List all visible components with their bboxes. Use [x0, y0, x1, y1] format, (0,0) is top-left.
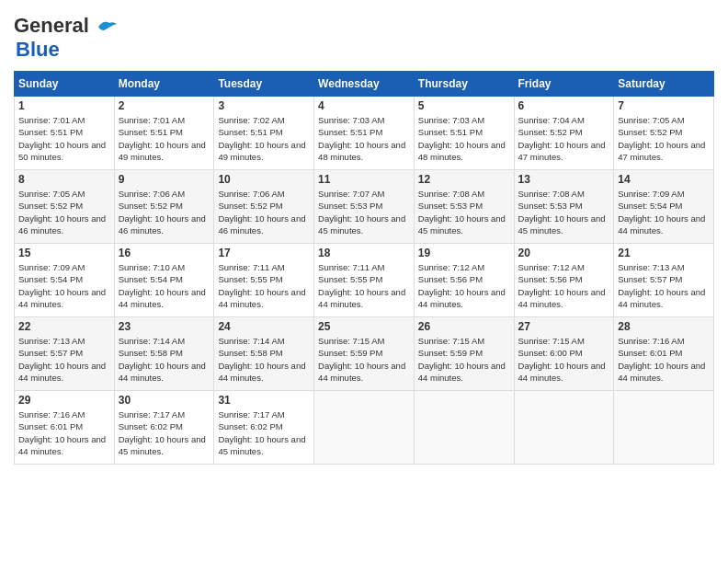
day-info: Sunrise: 7:12 AMSunset: 5:56 PMDaylight:…: [418, 262, 506, 309]
day-info: Sunrise: 7:03 AMSunset: 5:51 PMDaylight:…: [418, 115, 506, 162]
calendar-day-cell: 11 Sunrise: 7:07 AMSunset: 5:53 PMDaylig…: [314, 170, 415, 244]
day-number: 15: [18, 247, 110, 259]
day-info: Sunrise: 7:16 AMSunset: 6:01 PMDaylight:…: [618, 336, 705, 383]
day-number: 4: [318, 99, 410, 112]
day-info: Sunrise: 7:16 AMSunset: 6:01 PMDaylight:…: [18, 409, 106, 456]
weekday-header-cell: Sunday: [15, 72, 115, 97]
day-info: Sunrise: 7:03 AMSunset: 5:51 PMDaylight:…: [318, 115, 405, 162]
calendar-day-cell: 22 Sunrise: 7:13 AMSunset: 5:57 PMDaylig…: [15, 317, 115, 391]
calendar-day-cell: 29 Sunrise: 7:16 AMSunset: 6:01 PMDaylig…: [15, 391, 115, 465]
weekday-header-cell: Thursday: [414, 72, 514, 97]
day-info: Sunrise: 7:09 AMSunset: 5:54 PMDaylight:…: [618, 189, 705, 236]
calendar-day-cell: 9 Sunrise: 7:06 AMSunset: 5:52 PMDayligh…: [114, 170, 214, 244]
calendar-week-row: 15 Sunrise: 7:09 AMSunset: 5:54 PMDaylig…: [15, 244, 714, 317]
calendar-week-row: 1 Sunrise: 7:01 AMSunset: 5:51 PMDayligh…: [15, 97, 714, 170]
day-info: Sunrise: 7:10 AMSunset: 5:54 PMDaylight:…: [119, 262, 206, 309]
weekday-header-cell: Tuesday: [214, 72, 314, 97]
calendar-day-cell: 8 Sunrise: 7:05 AMSunset: 5:52 PMDayligh…: [15, 170, 115, 244]
weekday-header-cell: Friday: [514, 72, 614, 97]
calendar-day-cell: [614, 391, 714, 465]
calendar-day-cell: 28 Sunrise: 7:16 AMSunset: 6:01 PMDaylig…: [614, 317, 714, 391]
day-info: Sunrise: 7:17 AMSunset: 6:02 PMDaylight:…: [218, 409, 305, 456]
calendar-day-cell: 1 Sunrise: 7:01 AMSunset: 5:51 PMDayligh…: [15, 97, 115, 170]
calendar-day-cell: 27 Sunrise: 7:15 AMSunset: 6:00 PMDaylig…: [514, 317, 614, 391]
day-info: Sunrise: 7:12 AMSunset: 5:56 PMDaylight:…: [518, 262, 606, 309]
calendar-day-cell: 3 Sunrise: 7:02 AMSunset: 5:51 PMDayligh…: [214, 97, 314, 170]
day-number: 30: [119, 394, 210, 407]
calendar-day-cell: 15 Sunrise: 7:09 AMSunset: 5:54 PMDaylig…: [15, 244, 115, 317]
calendar-day-cell: 26 Sunrise: 7:15 AMSunset: 5:59 PMDaylig…: [414, 317, 514, 391]
day-number: 20: [518, 247, 610, 259]
logo-bird-icon: [97, 19, 117, 34]
calendar-day-cell: 14 Sunrise: 7:09 AMSunset: 5:54 PMDaylig…: [614, 170, 714, 244]
calendar-day-cell: 4 Sunrise: 7:03 AMSunset: 5:51 PMDayligh…: [314, 97, 415, 170]
calendar-day-cell: 18 Sunrise: 7:11 AMSunset: 5:55 PMDaylig…: [314, 244, 415, 317]
calendar-day-cell: 23 Sunrise: 7:14 AMSunset: 5:58 PMDaylig…: [114, 317, 214, 391]
day-number: 1: [18, 99, 110, 112]
day-number: 6: [518, 99, 610, 112]
calendar-day-cell: [314, 391, 415, 465]
calendar-day-cell: 16 Sunrise: 7:10 AMSunset: 5:54 PMDaylig…: [114, 244, 214, 317]
calendar-day-cell: 10 Sunrise: 7:06 AMSunset: 5:52 PMDaylig…: [214, 170, 314, 244]
day-info: Sunrise: 7:05 AMSunset: 5:52 PMDaylight:…: [618, 115, 705, 162]
day-number: 12: [418, 173, 510, 186]
weekday-header-row: SundayMondayTuesdayWednesdayThursdayFrid…: [15, 72, 714, 97]
calendar-day-cell: 7 Sunrise: 7:05 AMSunset: 5:52 PMDayligh…: [614, 97, 714, 170]
day-number: 22: [18, 320, 110, 333]
weekday-header-cell: Saturday: [614, 72, 714, 97]
calendar-day-cell: [514, 391, 614, 465]
day-number: 8: [18, 173, 110, 186]
day-number: 19: [418, 247, 510, 259]
calendar-day-cell: 20 Sunrise: 7:12 AMSunset: 5:56 PMDaylig…: [514, 244, 614, 317]
weekday-header-cell: Wednesday: [314, 72, 415, 97]
calendar-day-cell: 30 Sunrise: 7:17 AMSunset: 6:02 PMDaylig…: [114, 391, 214, 465]
day-info: Sunrise: 7:11 AMSunset: 5:55 PMDaylight:…: [218, 262, 305, 309]
calendar-day-cell: 12 Sunrise: 7:08 AMSunset: 5:53 PMDaylig…: [414, 170, 514, 244]
day-number: 24: [218, 320, 310, 333]
day-info: Sunrise: 7:11 AMSunset: 5:55 PMDaylight:…: [318, 262, 405, 309]
calendar-day-cell: 21 Sunrise: 7:13 AMSunset: 5:57 PMDaylig…: [614, 244, 714, 317]
calendar-day-cell: 19 Sunrise: 7:12 AMSunset: 5:56 PMDaylig…: [414, 244, 514, 317]
calendar-body: 1 Sunrise: 7:01 AMSunset: 5:51 PMDayligh…: [15, 97, 714, 465]
logo: General Blue: [14, 14, 117, 62]
calendar-day-cell: 13 Sunrise: 7:08 AMSunset: 5:53 PMDaylig…: [514, 170, 614, 244]
calendar-week-row: 29 Sunrise: 7:16 AMSunset: 6:01 PMDaylig…: [15, 391, 714, 465]
day-number: 21: [618, 247, 710, 259]
day-info: Sunrise: 7:05 AMSunset: 5:52 PMDaylight:…: [18, 189, 106, 236]
day-info: Sunrise: 7:15 AMSunset: 5:59 PMDaylight:…: [318, 336, 405, 383]
day-number: 29: [18, 394, 110, 407]
day-number: 3: [218, 99, 310, 112]
day-info: Sunrise: 7:06 AMSunset: 5:52 PMDaylight:…: [218, 189, 305, 236]
day-info: Sunrise: 7:07 AMSunset: 5:53 PMDaylight:…: [318, 189, 405, 236]
day-number: 13: [518, 173, 610, 186]
calendar-day-cell: 25 Sunrise: 7:15 AMSunset: 5:59 PMDaylig…: [314, 317, 415, 391]
day-info: Sunrise: 7:01 AMSunset: 5:51 PMDaylight:…: [18, 115, 106, 162]
page-header: General Blue: [14, 14, 714, 62]
day-info: Sunrise: 7:09 AMSunset: 5:54 PMDaylight:…: [18, 262, 106, 309]
day-info: Sunrise: 7:15 AMSunset: 5:59 PMDaylight:…: [418, 336, 506, 383]
day-number: 5: [418, 99, 510, 112]
calendar-day-cell: 17 Sunrise: 7:11 AMSunset: 5:55 PMDaylig…: [214, 244, 314, 317]
day-number: 27: [518, 320, 610, 333]
day-number: 11: [318, 173, 410, 186]
day-info: Sunrise: 7:02 AMSunset: 5:51 PMDaylight:…: [218, 115, 305, 162]
day-info: Sunrise: 7:04 AMSunset: 5:52 PMDaylight:…: [518, 115, 606, 162]
day-number: 9: [119, 173, 210, 186]
day-number: 18: [318, 247, 410, 259]
day-info: Sunrise: 7:08 AMSunset: 5:53 PMDaylight:…: [518, 189, 606, 236]
calendar-day-cell: 5 Sunrise: 7:03 AMSunset: 5:51 PMDayligh…: [414, 97, 514, 170]
calendar-day-cell: 24 Sunrise: 7:14 AMSunset: 5:58 PMDaylig…: [214, 317, 314, 391]
day-info: Sunrise: 7:15 AMSunset: 6:00 PMDaylight:…: [518, 336, 606, 383]
day-number: 31: [218, 394, 310, 407]
day-number: 28: [618, 320, 710, 333]
calendar-day-cell: 2 Sunrise: 7:01 AMSunset: 5:51 PMDayligh…: [114, 97, 214, 170]
calendar-week-row: 22 Sunrise: 7:13 AMSunset: 5:57 PMDaylig…: [15, 317, 714, 391]
day-number: 2: [119, 99, 210, 112]
day-info: Sunrise: 7:17 AMSunset: 6:02 PMDaylight:…: [119, 409, 206, 456]
day-number: 16: [119, 247, 210, 259]
day-number: 26: [418, 320, 510, 333]
day-number: 23: [119, 320, 210, 333]
day-number: 17: [218, 247, 310, 259]
day-number: 7: [618, 99, 710, 112]
calendar-week-row: 8 Sunrise: 7:05 AMSunset: 5:52 PMDayligh…: [15, 170, 714, 244]
